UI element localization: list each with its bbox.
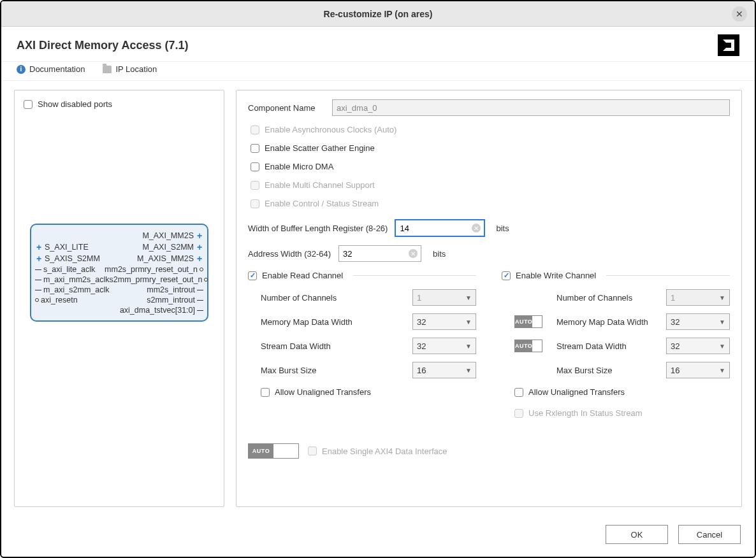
- enable-multi-channel-label: Enable Multi Channel Support: [265, 180, 375, 190]
- config-panel: Component Name Enable Asynchronous Clock…: [236, 90, 742, 507]
- checkbox-icon: [514, 409, 523, 418]
- port-m-axi-mm2s: M_AXI_MM2S: [142, 231, 194, 240]
- chevron-down-icon: ▼: [719, 367, 725, 374]
- header-row: AXI Direct Memory Access (7.1): [1, 27, 755, 61]
- enable-sg-label: Enable Scatter Gather Engine: [265, 143, 375, 153]
- buffer-length-row: Width of Buffer Length Register (8-26) ✕…: [248, 220, 730, 236]
- plus-icon: +: [35, 242, 43, 252]
- read-allow-unaligned-label: Allow Unaligned Transfers: [275, 387, 371, 397]
- amd-logo-icon: [718, 34, 739, 56]
- block-diagram-panel: Show disabled ports M_AXI_MM2S+ +S_AXI_L…: [14, 90, 224, 507]
- clear-icon[interactable]: ✕: [472, 224, 481, 232]
- enable-sg-checkbox[interactable]: Enable Scatter Gather Engine: [251, 143, 730, 153]
- checkbox-checked-icon: [502, 271, 511, 280]
- enable-micro-dma-checkbox[interactable]: Enable Micro DMA: [251, 162, 730, 171]
- checkbox-icon: [251, 125, 259, 134]
- read-mm-width-select[interactable]: 32▼: [412, 313, 476, 330]
- read-allow-unaligned-checkbox[interactable]: Allow Unaligned Transfers: [261, 387, 476, 397]
- enable-micro-dma-label: Enable Micro DMA: [265, 162, 333, 171]
- checkbox-icon: [251, 199, 259, 208]
- port-s2mm-introut: s2mm_introut: [147, 296, 195, 304]
- read-stream-width-label: Stream Data Width: [261, 341, 401, 351]
- chevron-down-icon: ▼: [465, 318, 472, 326]
- window-title: Re-customize IP (on ares): [324, 9, 433, 19]
- buffer-length-input[interactable]: [395, 220, 484, 236]
- ok-button[interactable]: OK: [606, 525, 668, 544]
- port-s2mm-prmry-reset: s2mm_prmry_reset_out_n: [110, 275, 203, 284]
- enable-read-channel-label: Enable Read Channel: [262, 271, 343, 280]
- enable-read-channel-checkbox[interactable]: Enable Read Channel: [248, 271, 343, 280]
- write-mm-width-label: Memory Map Data Width: [556, 317, 655, 327]
- port-mm2s-introut: mm2s_introut: [147, 285, 195, 294]
- dialog-window: Re-customize IP (on ares) ✕ AXI Direct M…: [0, 0, 756, 558]
- port-s-axi-lite: S_AXI_LITE: [45, 243, 89, 252]
- write-stream-width-label: Stream Data Width: [556, 341, 655, 351]
- single-axi4-row: AUTO Enable Single AXI4 Data Interface: [248, 443, 730, 459]
- dialog-footer: OK Cancel: [1, 516, 755, 557]
- write-stream-width-select[interactable]: 32▼: [666, 338, 730, 354]
- chevron-down-icon: ▼: [465, 367, 472, 374]
- port-dash-icon: [35, 280, 41, 280]
- checkbox-icon: [514, 388, 523, 397]
- enable-single-axi4-label: Enable Single AXI4 Data Interface: [322, 447, 447, 456]
- checkbox-icon: [251, 181, 259, 190]
- checkbox-icon: [251, 162, 259, 171]
- chevron-down-icon: ▼: [465, 294, 472, 301]
- bits-unit: bits: [433, 249, 446, 259]
- write-allow-unaligned-label: Allow Unaligned Transfers: [528, 387, 625, 397]
- clear-icon[interactable]: ✕: [409, 249, 418, 258]
- chevron-down-icon: ▼: [465, 343, 472, 350]
- checkbox-icon: [251, 144, 259, 153]
- port-s-axis-s2mm: S_AXIS_S2MM: [45, 254, 100, 263]
- show-disabled-ports-checkbox[interactable]: Show disabled ports: [24, 99, 215, 109]
- component-name-row: Component Name: [248, 99, 730, 116]
- ip-block-diagram: M_AXI_MM2S+ +S_AXI_LITE M_AXI_S2MM+ +S_A…: [30, 224, 208, 322]
- checkbox-icon: [261, 388, 270, 397]
- address-width-row: Address Width (32-64) ✕ bits: [248, 245, 730, 262]
- enable-async-clocks-checkbox: Enable Asynchronous Clocks (Auto): [251, 125, 730, 134]
- read-burst-select[interactable]: 16▼: [412, 362, 476, 378]
- enable-write-channel-label: Enable Write Channel: [516, 271, 596, 280]
- ip-location-label: IP Location: [115, 64, 157, 74]
- port-dot-icon: [204, 278, 208, 282]
- port-m-axis-mm2s: M_AXIS_MM2S: [137, 254, 194, 263]
- ip-location-link[interactable]: IP Location: [103, 64, 157, 74]
- links-row: i Documentation IP Location: [1, 61, 755, 81]
- plus-icon: +: [196, 231, 203, 241]
- info-icon: i: [17, 65, 25, 74]
- chevron-down-icon: ▼: [719, 294, 725, 301]
- write-mm-width-select[interactable]: 32▼: [666, 313, 730, 330]
- cancel-button[interactable]: Cancel: [678, 525, 741, 544]
- auto-toggle[interactable]: AUTO: [514, 340, 542, 352]
- close-button[interactable]: ✕: [732, 6, 747, 22]
- auto-toggle[interactable]: AUTO: [248, 443, 299, 459]
- checkbox-icon: [308, 447, 317, 455]
- write-allow-unaligned-checkbox[interactable]: Allow Unaligned Transfers: [514, 387, 730, 397]
- documentation-label: Documentation: [29, 64, 85, 74]
- read-num-channels-select[interactable]: 1▼: [412, 289, 476, 306]
- checkbox-icon: [24, 100, 33, 109]
- component-name-input[interactable]: [332, 99, 730, 116]
- port-mm2s-prmry-reset: mm2s_prmry_reset_out_n: [105, 265, 198, 274]
- port-dash-icon: [197, 300, 203, 301]
- enable-async-clocks-label: Enable Asynchronous Clocks (Auto): [265, 125, 396, 134]
- write-num-channels-label: Number of Channels: [556, 293, 655, 303]
- port-dash-icon: [197, 310, 203, 311]
- enable-ctrl-status-checkbox: Enable Control / Status Stream: [251, 199, 730, 208]
- titlebar: Re-customize IP (on ares) ✕: [1, 1, 755, 27]
- documentation-link[interactable]: i Documentation: [17, 64, 85, 74]
- bits-unit: bits: [496, 224, 509, 233]
- read-stream-width-select[interactable]: 32▼: [412, 338, 476, 354]
- show-disabled-ports-label: Show disabled ports: [38, 99, 112, 109]
- write-burst-select[interactable]: 16▼: [666, 362, 730, 378]
- port-dash-icon: [197, 290, 203, 290]
- enable-single-axi4-checkbox: Enable Single AXI4 Data Interface: [308, 447, 447, 456]
- port-m-axi-mm2s-aclk: m_axi_mm2s_aclk: [43, 275, 110, 284]
- enable-write-channel-checkbox[interactable]: Enable Write Channel: [502, 271, 596, 280]
- body-row: Show disabled ports M_AXI_MM2S+ +S_AXI_L…: [1, 81, 755, 516]
- ip-block[interactable]: M_AXI_MM2S+ +S_AXI_LITE M_AXI_S2MM+ +S_A…: [30, 224, 208, 322]
- write-num-channels-select[interactable]: 1▼: [666, 289, 730, 306]
- auto-toggle[interactable]: AUTO: [514, 315, 542, 328]
- port-dash-icon: [35, 290, 41, 290]
- port-m-axi-s2mm-aclk: m_axi_s2mm_aclk: [43, 285, 110, 294]
